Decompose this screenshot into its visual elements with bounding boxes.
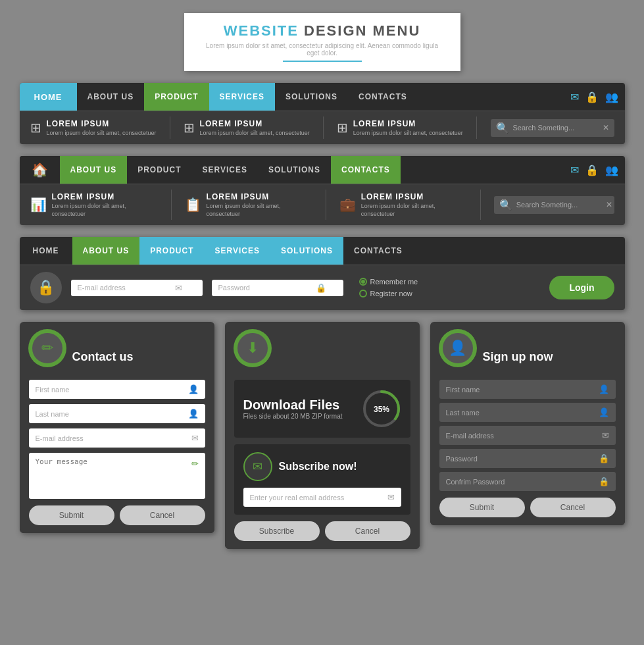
signup-confirm-icon: 🔒	[599, 477, 609, 486]
chart-icon: 📊	[30, 197, 47, 213]
password-field[interactable]	[218, 284, 310, 292]
contact-widget-title: Contact us	[72, 350, 134, 364]
nav-item-contacts-2[interactable]: CONTACTS	[331, 156, 401, 184]
signup-email-input[interactable]	[446, 432, 597, 440]
contact-widget-header: ✏ Contact us	[20, 342, 214, 372]
signup-widget-header: 👤 Sign up now	[430, 342, 625, 372]
nav-item-contacts-3[interactable]: CONTACTS	[343, 237, 413, 265]
svg-text:35%: 35%	[373, 405, 389, 414]
signup-email-field: ✉	[439, 426, 616, 445]
navbar-3: HOME ABOUT US PRODUCT SERVICES SOLUTIONS…	[20, 237, 625, 265]
subscribe-circle-icon: ✉	[243, 452, 272, 481]
title-card: WEBSITE DESIGN MENU Lorem ipsum dolor si…	[184, 13, 460, 71]
nav-item-services-3[interactable]: SERVICES	[205, 237, 270, 265]
search-input-1[interactable]	[513, 124, 599, 132]
subscribe-header: ✉ Subscribe now!	[243, 452, 401, 481]
remember-me-radio[interactable]	[359, 278, 367, 286]
lastname-icon: 👤	[188, 409, 199, 419]
widgets-row: ✏ Contact us 👤 👤 ✉ ✏ Submit Cancel	[20, 322, 625, 549]
signup-firstname-icon: 👤	[599, 384, 609, 394]
signup-firstname-field: 👤	[439, 380, 616, 399]
email-field[interactable]	[78, 284, 170, 292]
nav-icons-1: ✉ 🔒 👥	[570, 83, 625, 111]
nav-item-aboutus-2[interactable]: ABOUT US	[60, 156, 128, 184]
contact-message-field: ✏	[29, 453, 205, 499]
grid-icon-3: ⊞	[337, 120, 348, 136]
download-widget-body: Download Files Files side about 20 MB ZI…	[225, 372, 420, 549]
email-input-wrapper: ✉	[71, 280, 203, 296]
signup-submit-button[interactable]: Submit	[439, 498, 525, 517]
login-button[interactable]: Login	[549, 276, 614, 299]
download-cancel-button[interactable]: Cancel	[325, 521, 410, 541]
users-icon-2[interactable]: 👥	[605, 164, 618, 176]
contact-email-field: ✉	[29, 428, 205, 448]
contact-email-input[interactable]	[36, 434, 186, 442]
page-title: WEBSITE DESIGN MENU	[204, 22, 441, 39]
download-widget-header: ⬇	[225, 342, 420, 372]
progress-circle: 35%	[362, 389, 401, 428]
nav-item-aboutus-1[interactable]: ABOUT US	[77, 83, 145, 111]
lock-icon-2[interactable]: 🔒	[585, 164, 599, 176]
contact-email-icon: ✉	[191, 433, 199, 443]
mail-icon-2[interactable]: ✉	[570, 164, 579, 176]
signup-lastname-field: 👤	[439, 403, 616, 422]
radio-group: Remember me Register now	[359, 278, 418, 297]
nav-item-solutions-1[interactable]: SOLUTIONS	[275, 83, 348, 111]
subbar-1: ⊞ LOREM IPSUM Lorem ipsum dolor silt ame…	[20, 111, 625, 144]
contact-firstname-input[interactable]	[36, 386, 183, 394]
contact-widget: ✏ Contact us 👤 👤 ✉ ✏ Submit Cancel	[20, 322, 214, 533]
search-icon-2: 🔍	[499, 199, 512, 211]
nav-item-solutions-2[interactable]: SOLUTIONS	[258, 156, 331, 184]
contact-cancel-button[interactable]: Cancel	[120, 505, 205, 525]
signup-confirm-input[interactable]	[446, 478, 593, 486]
mail-icon-1[interactable]: ✉	[570, 91, 579, 103]
nav-item-aboutus-3[interactable]: ABOUT US	[72, 237, 140, 265]
signup-password-input[interactable]	[446, 455, 593, 463]
register-now-label[interactable]: Register now	[359, 290, 418, 297]
title-underline	[283, 61, 362, 62]
subbar-2: 📊 LOREM IPSUM Lorem ipsum dolor silt ame…	[20, 184, 625, 225]
download-btn-row: Subscribe Cancel	[234, 521, 410, 541]
search-input-2[interactable]	[516, 201, 602, 209]
search-clear-2[interactable]: ✕	[606, 200, 612, 209]
search-box-2: 🔍 ✕	[494, 196, 614, 214]
subscribe-dark-box: ✉ Subscribe now! ✉	[234, 444, 410, 515]
nav-item-contacts-1[interactable]: CONTACTS	[348, 83, 418, 111]
contact-lastname-field: 👤	[29, 404, 205, 423]
nav-item-services-2[interactable]: SERVICES	[192, 156, 258, 184]
signup-cancel-button[interactable]: Cancel	[530, 498, 616, 517]
remember-me-label[interactable]: Remember me	[359, 278, 418, 286]
signup-lastname-input[interactable]	[446, 409, 593, 417]
subscribe-input-wrapper: ✉	[243, 488, 401, 507]
signup-firstname-input[interactable]	[446, 386, 593, 394]
lock-icon-1[interactable]: 🔒	[585, 91, 599, 103]
nav-home-3[interactable]: HOME	[20, 237, 72, 265]
nav-item-services-1[interactable]: SERVICES	[209, 83, 275, 111]
nav-item-solutions-3[interactable]: SOLUTIONS	[270, 237, 343, 265]
users-icon-1[interactable]: 👥	[605, 91, 618, 103]
nav-home-1[interactable]: HOME	[20, 83, 77, 111]
nav-item-product-1[interactable]: PRODUCT	[144, 83, 209, 111]
search-box-1: 🔍 ✕	[491, 119, 614, 137]
contact-lastname-input[interactable]	[36, 410, 183, 418]
grid-icon-2: ⊞	[184, 120, 195, 136]
signup-btn-row: Submit Cancel	[439, 498, 616, 517]
nav-item-product-3[interactable]: PRODUCT	[139, 237, 204, 265]
subscribe-button[interactable]: Subscribe	[234, 521, 320, 541]
navbar-2: 🏠 ABOUT US PRODUCT SERVICES SOLUTIONS CO…	[20, 156, 625, 184]
search-clear-1[interactable]: ✕	[603, 123, 609, 132]
register-now-radio[interactable]	[359, 290, 367, 297]
subbar-text-6: LOREM IPSUM Lorem ipsum dolor silt amet,…	[361, 192, 467, 217]
nav-item-product-2[interactable]: PRODUCT	[127, 156, 191, 184]
subscribe-email-input[interactable]	[250, 494, 382, 502]
password-lock-icon: 🔒	[316, 283, 326, 293]
contact-submit-button[interactable]: Submit	[29, 505, 114, 525]
subscribe-email-icon: ✉	[387, 492, 395, 502]
signup-widget: 👤 Sign up now 👤 👤 ✉ 🔒 🔒	[430, 322, 625, 525]
subbar-item-3: ⊞ LOREM IPSUM Lorem ipsum dolor silt ame…	[337, 116, 477, 139]
subbar-item-5: 📋 LOREM IPSUM Lorem ipsum dolor silt ame…	[185, 190, 326, 220]
download-widget-icon: ⬇	[235, 331, 270, 365]
nav-home-icon-2[interactable]: 🏠	[20, 156, 60, 184]
title-subtitle: Lorem ipsum dolor sit amet, consectetur …	[204, 42, 441, 57]
contact-message-input[interactable]	[36, 457, 186, 494]
